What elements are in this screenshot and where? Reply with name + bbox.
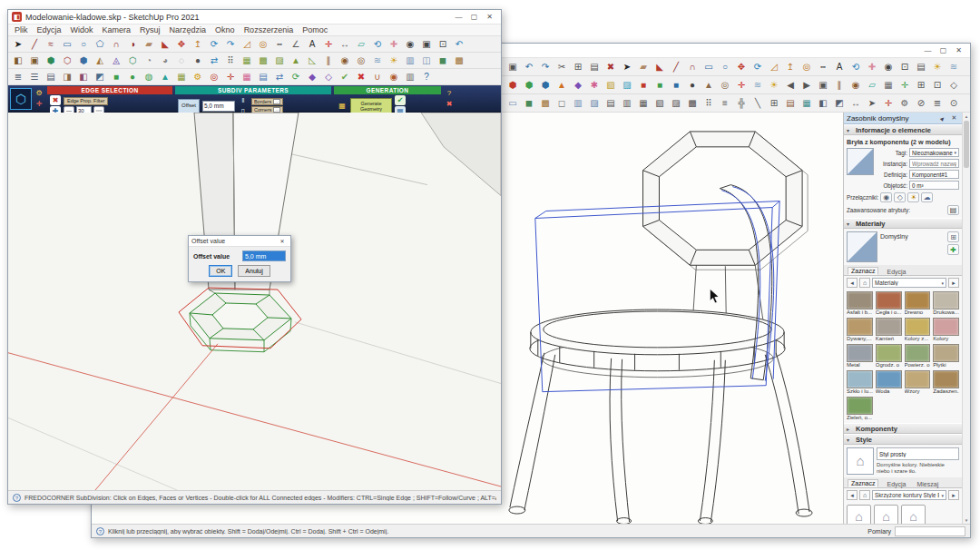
pattern-diag-icon[interactable]: ╲ xyxy=(750,96,765,110)
rectangle-icon[interactable]: ▭ xyxy=(60,37,74,51)
plugin-b-icon[interactable]: ◇ xyxy=(321,70,336,83)
material-category[interactable]: Metal xyxy=(847,344,873,368)
paint-tool-icon[interactable]: ◣ xyxy=(652,60,667,74)
style-hidden-icon[interactable]: ▭ xyxy=(505,96,520,110)
fredocorner-cube-icon[interactable]: ⬡ xyxy=(10,88,32,110)
material-panel-icon[interactable]: ◧ xyxy=(76,70,91,83)
offset-icon[interactable]: ◎ xyxy=(256,37,270,51)
offset-button[interactable]: Offset xyxy=(178,99,200,113)
select-tool-icon[interactable]: ➤ xyxy=(620,60,634,74)
edge-prop-filter-button[interactable]: Edge Prop. Filter xyxy=(64,97,108,105)
panel-header-components[interactable]: ▸ Komponenty xyxy=(844,423,962,434)
menu-narzdzia[interactable]: Narzędzia xyxy=(170,25,207,34)
pin-tool-icon[interactable]: ◉ xyxy=(387,70,401,83)
add-detail-icon[interactable]: ▲ xyxy=(289,54,303,67)
menu-kamera[interactable]: Kamera xyxy=(103,25,132,34)
pattern-lines-icon[interactable]: ≡ xyxy=(718,96,732,110)
stats-icon[interactable]: ≣ xyxy=(930,96,945,110)
position-camera-icon[interactable]: ◎ xyxy=(354,54,368,67)
section-tool-icon[interactable]: ▱ xyxy=(865,78,879,92)
create-material-icon[interactable]: ✚ xyxy=(947,244,959,255)
camera-icon[interactable]: ▣ xyxy=(816,78,830,92)
hatch-6-icon[interactable]: ▩ xyxy=(685,96,700,110)
pink-grid-icon[interactable]: ▦ xyxy=(240,70,254,83)
tape-measure-icon[interactable]: ┅ xyxy=(272,37,287,51)
outer-shell-icon[interactable]: ⬡ xyxy=(125,54,140,67)
minimize-icon[interactable]: — xyxy=(920,44,936,56)
pushpull-tool-icon[interactable]: ↥ xyxy=(783,60,798,74)
fredo-close-icon[interactable]: ✖ xyxy=(444,99,455,109)
minimize-icon[interactable]: — xyxy=(451,11,466,23)
rainbow-swatch-icon[interactable]: ▧ xyxy=(603,78,618,92)
union-icon[interactable]: ⬢ xyxy=(44,54,58,67)
panel-header-entity-info[interactable]: ▾ Informacje o elemencie xyxy=(844,124,962,135)
green-cylinder-icon[interactable]: ● xyxy=(125,70,140,83)
menu-widok[interactable]: Widok xyxy=(71,25,93,34)
cancel-button[interactable]: Anuluj xyxy=(238,265,270,277)
scenes-panel-icon[interactable]: ▤ xyxy=(44,70,58,83)
green-cube-icon[interactable]: ■ xyxy=(109,70,123,83)
definition-input[interactable] xyxy=(909,170,959,179)
stamp-icon[interactable]: ▩ xyxy=(256,54,270,67)
details-arrow-icon[interactable]: ▸ xyxy=(948,490,959,500)
pattern-cross-icon[interactable]: ╬ xyxy=(734,96,749,110)
sketchup-window-primary[interactable]: ◧ Modelowanie-kladowe.skp - SketchUp Pro… xyxy=(7,9,502,505)
dims-style-icon[interactable]: ↔ xyxy=(848,96,863,110)
home-icon[interactable]: ⌂ xyxy=(859,278,870,288)
arc-icon[interactable]: ∩ xyxy=(109,37,123,51)
pan-tool-icon[interactable]: ✚ xyxy=(865,60,879,74)
material-category[interactable]: Szkło i lu... xyxy=(847,370,873,394)
purge-icon[interactable]: ⊘ xyxy=(914,96,928,110)
section-plane-icon[interactable]: ▱ xyxy=(354,37,368,51)
panel-header-styles[interactable]: ▾ Style xyxy=(844,434,962,445)
pink-star-icon[interactable]: ✱ xyxy=(587,78,602,92)
move-tool-icon[interactable]: ✥ xyxy=(734,60,749,74)
style-thumbnail-icon[interactable]: ⌂ xyxy=(874,505,898,524)
pin-icon[interactable]: ► xyxy=(936,113,948,123)
scene-right-icon[interactable]: ▶ xyxy=(799,78,814,92)
swap-icon[interactable]: ⇄ xyxy=(272,70,287,83)
borders-toggle[interactable]: Borders… xyxy=(251,98,284,105)
scale-icon[interactable]: ◿ xyxy=(240,37,254,51)
axes-tool-icon[interactable]: ✛ xyxy=(734,78,749,92)
menu-edycja[interactable]: Edycja xyxy=(37,25,62,34)
model-info-icon[interactable]: ⊙ xyxy=(946,96,961,110)
material-category[interactable]: Asfalt i b... xyxy=(847,291,873,315)
material-category[interactable]: Powierz. o xyxy=(905,344,931,368)
generate-geometry-button[interactable]: Generate Geometry xyxy=(350,98,392,114)
dialog-close-icon[interactable]: ✕ xyxy=(277,238,288,244)
receive-shadows-icon[interactable]: ☀ xyxy=(907,192,919,202)
top-view-icon[interactable]: ⊞ xyxy=(914,78,928,92)
style-shaded-icon[interactable]: ◼ xyxy=(522,96,536,110)
copy-icon[interactable]: ⊞ xyxy=(571,60,585,74)
hatch-4-icon[interactable]: ▧ xyxy=(652,96,667,110)
purple-dia-icon[interactable]: ◆ xyxy=(571,78,585,92)
styles-dropdown[interactable]: Skrzyżone kontury Style B ▾ xyxy=(872,490,946,500)
array-icon[interactable]: ⠿ xyxy=(223,54,238,67)
shaded-mode-icon[interactable]: ◼ xyxy=(436,54,450,67)
flip-icon[interactable]: ⇄ xyxy=(207,54,221,67)
material-category[interactable]: Płytki xyxy=(933,344,959,368)
intersect-icon[interactable]: ⬢ xyxy=(76,54,91,67)
cube-blue-icon[interactable]: ■ xyxy=(669,78,683,92)
paint-bucket-icon[interactable]: ◣ xyxy=(158,37,172,51)
arrow-style-icon[interactable]: ➤ xyxy=(865,96,879,110)
hatch-5-icon[interactable]: ▨ xyxy=(669,96,683,110)
rotate-icon[interactable]: ⟳ xyxy=(207,37,221,51)
olive-box-icon[interactable]: ▦ xyxy=(174,70,189,83)
tray-close-icon[interactable]: ✕ xyxy=(949,114,959,122)
push-pull-icon[interactable]: ↥ xyxy=(191,37,205,51)
move-icon[interactable]: ✥ xyxy=(174,37,189,51)
yellow-gear-icon[interactable]: ⚙ xyxy=(191,70,205,83)
north-icon[interactable]: ✛ xyxy=(881,96,896,110)
text-tool-icon[interactable]: A xyxy=(832,60,847,74)
menu-plik[interactable]: Plik xyxy=(15,25,28,34)
cast-shadows-icon[interactable]: ☁ xyxy=(921,192,933,202)
green-hex-icon[interactable]: ⬢ xyxy=(522,78,536,92)
group-icon[interactable]: ▣ xyxy=(27,54,42,67)
protractor-icon[interactable]: ∠ xyxy=(289,37,303,51)
scenes-tab-icon[interactable]: ▤ xyxy=(914,60,928,74)
material-category[interactable]: Cegła i o... xyxy=(876,291,902,315)
paste-icon[interactable]: ▤ xyxy=(587,60,602,74)
settings-icon[interactable]: ⚙ xyxy=(897,96,912,110)
